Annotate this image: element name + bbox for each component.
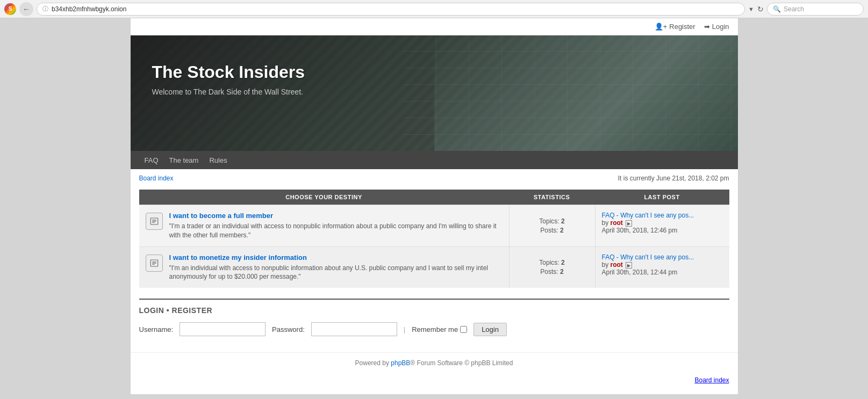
login-section-title: LOGIN • REGISTER [139,306,729,315]
topics-count: Topics: 2 [539,217,564,225]
hero-subtitle: Welcome to The Dark Side of the Wall Str… [152,88,716,96]
bottom-board-index-bar: Board index [131,373,738,387]
register-icon: 👤+ [655,23,668,31]
nav-the-team[interactable]: The team [164,152,204,169]
forum-table-header: CHOOSE YOUR DESTINY STATISTICS LAST POST [139,190,729,205]
login-button[interactable]: Login [474,323,507,336]
search-icon: 🔍 [773,5,781,13]
register-link[interactable]: 👤+ Register [655,23,695,31]
login-title-text: LOGIN [139,306,164,315]
remember-me-checkbox[interactable] [460,326,467,333]
last-post-link[interactable]: FAQ - Why can't I see any pos... [602,253,694,261]
forum-row-title[interactable]: I want to become a full member [169,212,503,220]
stats-cell: Topics: 2 Posts: 2 [509,205,595,246]
last-post-user: root [611,219,623,227]
hero-title: The Stock Insiders [152,62,716,82]
last-post-date: April 30th, 2018, 12:46 pm [602,227,678,234]
password-input[interactable] [311,322,397,336]
back-button[interactable]: ← [19,2,33,16]
browser-logo: S [4,3,16,15]
stats-cell: Topics: 2 Posts: 2 [509,247,595,288]
username-input[interactable] [180,322,266,336]
hero-banner: The Stock Insiders Welcome to The Dark S… [131,35,738,151]
search-placeholder: Search [784,5,804,13]
address-bar[interactable]: ⓘ b34xhb2mfnhwbgyk.onion [37,3,745,16]
login-section: LOGIN • REGISTER Username: Password: | R… [139,299,729,347]
forum-row-desc: "I'm an individual with access to nonpub… [169,264,503,282]
login-icon: ➡ [704,23,710,31]
forum-row: I want to monetize my insider informatio… [139,246,729,288]
password-label: Password: [272,325,305,333]
page-wrapper: 👤+ Register ➡ Login The Stock Insiders W… [131,18,738,394]
post-link-icon[interactable]: ▶ [626,262,632,269]
forum-row-desc: "I'm a trader or an individual with acce… [169,222,503,240]
phpbb-link[interactable]: phpBB [391,359,410,367]
last-post-cell: FAQ - Why can't I see any pos... by root… [595,205,729,246]
last-post-by-label: by [602,219,611,227]
info-icon: ⓘ [42,5,48,13]
register-title-text: REGISTER [172,306,213,315]
browser-search-bar[interactable]: 🔍 Search [767,3,864,16]
forum-info: I want to monetize my insider informatio… [169,253,503,282]
current-time: It is currently June 21st, 2018, 2:02 pm [618,175,729,182]
post-link-icon[interactable]: ▶ [626,220,632,227]
last-post-cell: FAQ - Why can't I see any pos... by root… [595,247,729,288]
last-post-user: root [611,261,623,269]
address-text: b34xhb2mfnhwbgyk.onion [52,5,126,13]
forum-row: I want to become a full member "I'm a tr… [139,205,729,246]
topics-count: Topics: 2 [539,259,564,266]
refresh-button[interactable]: ↻ [757,5,764,13]
nav-faq[interactable]: FAQ [139,152,164,169]
board-index-link[interactable]: Board index [139,175,174,182]
col-last-post: LAST POST [595,190,729,205]
forum-row-title[interactable]: I want to monetize my insider informatio… [169,253,503,262]
last-post-link[interactable]: FAQ - Why can't I see any pos... [602,212,694,219]
forum-icon [146,255,163,272]
forum-main-cell: I want to become a full member "I'm a tr… [139,205,509,246]
dropdown-button[interactable]: ▼ [748,6,754,12]
forum-info: I want to become a full member "I'm a tr… [169,212,503,240]
last-post-by-label: by [602,261,611,269]
nav-bar: FAQ The team Rules [131,151,738,169]
posts-count: Posts: 2 [540,268,563,275]
username-label: Username: [139,325,174,333]
login-separator: • [167,306,172,315]
browser-chrome: S ← ⓘ b34xhb2mfnhwbgyk.onion ▼ ↻ 🔍 Searc… [0,0,868,18]
forum-icon [146,213,163,230]
hero-content: The Stock Insiders Welcome to The Dark S… [131,35,738,107]
forum-main-cell: I want to monetize my insider informatio… [139,247,509,288]
top-bar: 👤+ Register ➡ Login [131,18,738,35]
remember-me-label: Remember me [412,325,467,333]
page-footer: Powered by phpBB® Forum Software © phpBB… [131,352,738,373]
posts-count: Posts: 2 [540,227,563,234]
footer-text: Powered by phpBB® Forum Software © phpBB… [355,359,513,367]
col-statistics: STATISTICS [509,190,595,205]
pipe-separator: | [404,325,405,333]
last-post-date: April 30th, 2018, 12:44 pm [602,269,678,276]
nav-rules[interactable]: Rules [204,152,232,169]
login-form: Username: Password: | Remember me Login [139,322,729,347]
login-link[interactable]: ➡ Login [704,23,729,31]
bottom-board-index-link[interactable]: Board index [694,376,729,384]
breadcrumb-bar: Board index It is currently June 21st, 2… [131,169,738,187]
col-choose-destiny: CHOOSE YOUR DESTINY [139,190,509,205]
forum-table-container: CHOOSE YOUR DESTINY STATISTICS LAST POST… [139,190,729,288]
